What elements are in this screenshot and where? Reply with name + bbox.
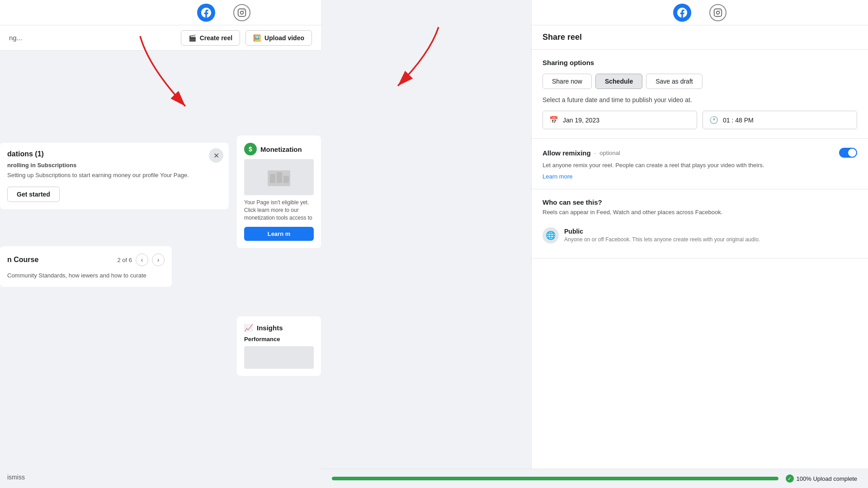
course-prev-button[interactable]: ‹: [136, 253, 148, 266]
monetization-title: Monetization: [260, 145, 302, 153]
globe-icon: 🌐: [542, 227, 559, 244]
time-input[interactable]: 🕐 01 : 48 PM: [703, 111, 857, 129]
remixing-toggle[interactable]: [839, 148, 857, 158]
action-bar: ng... 🎬 Create reel 🖼️ Upload video: [0, 25, 321, 51]
save-as-draft-button[interactable]: Save as draft: [646, 74, 703, 89]
svg-rect-4: [270, 174, 275, 183]
get-started-button[interactable]: Get started: [7, 187, 60, 202]
svg-rect-0: [238, 9, 246, 16]
date-value: Jan 19, 2023: [563, 117, 599, 124]
remixing-header: Allow remixing · optional: [542, 148, 857, 158]
monetization-card: $ Monetization Your Page isn't eligible …: [237, 136, 321, 248]
clock-icon: 🕐: [709, 116, 718, 124]
learn-more-link[interactable]: Learn more: [542, 173, 857, 180]
action-buttons: 🎬 Create reel 🖼️ Upload video: [181, 30, 312, 46]
create-reel-icon: 🎬: [189, 34, 196, 42]
create-reel-button[interactable]: 🎬 Create reel: [181, 30, 240, 46]
course-card: n Course 2 of 6 ‹ › Community Standards,…: [0, 246, 172, 287]
audience-option[interactable]: 🌐 Public Anyone on or off Facebook. This…: [542, 222, 857, 249]
sharing-buttons: Share now Schedule Save as draft: [542, 74, 857, 89]
audience-text: Public Anyone on or off Facebook. This l…: [564, 228, 760, 243]
course-nav: 2 of 6 ‹ ›: [117, 253, 165, 266]
monetization-image: [244, 159, 314, 195]
insights-title: Insights: [257, 324, 283, 332]
remixing-desc: Let anyone remix your reel. People can c…: [542, 161, 857, 169]
right-panel: Share reel Sharing options Share now Sch…: [531, 0, 868, 488]
optional-text: optional: [599, 150, 620, 156]
share-now-button[interactable]: Share now: [542, 74, 592, 89]
svg-point-2: [244, 10, 245, 11]
sharing-options-section: Sharing options Share now Schedule Save …: [532, 50, 868, 139]
remixing-title-row: Allow remixing · optional: [542, 149, 620, 157]
calendar-icon: 📅: [549, 116, 558, 124]
facebook-icon[interactable]: [197, 4, 215, 22]
date-input[interactable]: 📅 Jan 19, 2023: [542, 111, 697, 129]
learn-more-button[interactable]: Learn m: [244, 227, 314, 241]
share-reel-title: Share reel: [532, 25, 868, 50]
svg-point-8: [717, 11, 720, 14]
instagram-icon-right[interactable]: [709, 4, 726, 21]
svg-rect-7: [714, 9, 722, 16]
loading-text: ng...: [9, 34, 22, 42]
recommendations-card: dations (1) ✕ nrolling in Subscriptions …: [0, 143, 229, 209]
who-desc: Reels can appear in Feed, Watch and othe…: [542, 209, 857, 216]
svg-rect-6: [283, 176, 289, 183]
svg-rect-5: [277, 172, 282, 183]
upload-video-button[interactable]: 🖼️ Upload video: [245, 30, 312, 46]
close-button[interactable]: ✕: [209, 148, 223, 163]
upload-video-icon: 🖼️: [253, 34, 261, 42]
date-time-row: 📅 Jan 19, 2023 🕐 01 : 48 PM: [542, 111, 857, 129]
progress-text: ✓ 100% Upload complete: [786, 474, 857, 483]
course-next-button[interactable]: ›: [152, 253, 165, 266]
facebook-icon-right[interactable]: [673, 4, 691, 22]
time-value: 01 : 48 PM: [723, 117, 754, 124]
rec-subtitle: nrolling in Subscriptions: [7, 162, 222, 169]
progress-track: [332, 477, 778, 480]
remixing-title: Allow remixing: [542, 149, 591, 157]
upload-progress-bar: ✓ 100% Upload complete: [321, 469, 868, 488]
schedule-desc: Select a future date and time to publish…: [542, 96, 857, 103]
instagram-icon[interactable]: [233, 4, 250, 21]
performance-chart: [244, 346, 314, 369]
course-counter: 2 of 6: [117, 257, 132, 263]
remixing-section: Allow remixing · optional Let anyone rem…: [532, 139, 868, 189]
monetization-desc: Your Page isn't eligible yet. Click lear…: [244, 199, 314, 221]
dollar-icon: $: [244, 143, 257, 155]
insights-card: 📈 Insights Performance: [237, 316, 321, 376]
progress-fill: [332, 477, 778, 480]
svg-point-1: [241, 11, 244, 14]
who-can-see-section: Who can see this? Reels can appear in Fe…: [532, 189, 868, 258]
monetization-header: $ Monetization: [244, 143, 314, 155]
check-icon: ✓: [786, 474, 794, 483]
insights-header: 📈 Insights: [244, 324, 314, 332]
sharing-options-label: Sharing options: [542, 59, 857, 66]
optional-badge: ·: [594, 150, 596, 156]
audience-desc: Anyone on or off Facebook. This lets any…: [564, 236, 760, 243]
performance-label: Performance: [244, 336, 314, 343]
rec-desc: Setting up Subscriptions to start earnin…: [7, 171, 222, 179]
middle-area: [321, 25, 536, 464]
insights-icon: 📈: [244, 324, 253, 332]
audience-name: Public: [564, 228, 760, 235]
recommendations-title: dations (1): [7, 150, 222, 158]
course-title: n Course: [7, 256, 38, 264]
progress-label: 100% Upload complete: [797, 475, 857, 482]
who-title: Who can see this?: [542, 198, 857, 206]
right-top-bar: [532, 0, 868, 25]
svg-point-9: [720, 10, 721, 11]
dismiss-text[interactable]: ismiss: [7, 474, 25, 481]
schedule-button[interactable]: Schedule: [595, 74, 642, 89]
course-desc: Community Standards, how iewers and how …: [7, 272, 165, 280]
top-bar-left: [0, 0, 321, 25]
course-header: n Course 2 of 6 ‹ ›: [7, 253, 165, 266]
